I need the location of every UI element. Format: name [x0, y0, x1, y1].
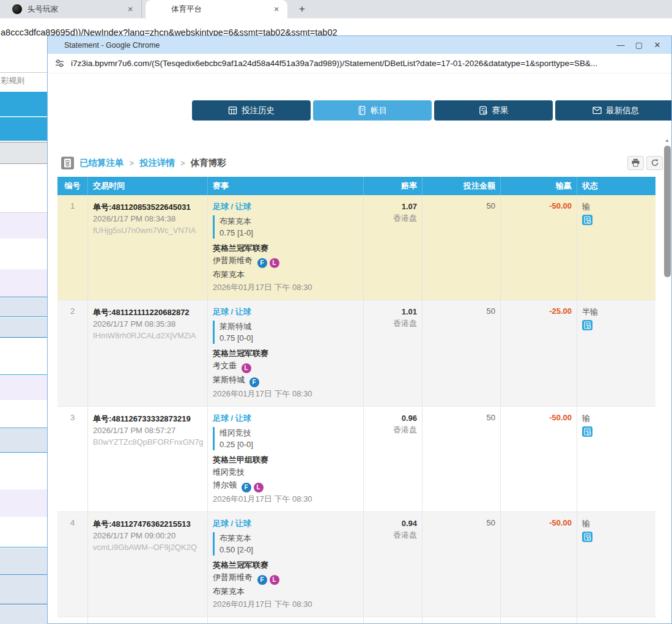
receipt-icon[interactable] [582, 426, 651, 439]
status-cell: 输 [577, 195, 655, 300]
breadcrumb-settled-bets-link[interactable]: 已结算注单 [79, 157, 124, 169]
status-text: 半输 [582, 306, 651, 318]
transaction-cell: 单号:4811468423697532182026/1/17 PM 10:15:… [88, 617, 208, 624]
breadcrumb-separator: > [130, 158, 135, 168]
odds-value: 1.01 [369, 306, 417, 318]
maximize-button[interactable]: ▢ [630, 36, 648, 54]
odds-cell: 0.96香港盘 [364, 407, 423, 511]
popup-titlebar: Statement - Google Chrome — ▢ ✕ [48, 36, 671, 54]
market-link[interactable]: 足球 / 让球 [213, 518, 251, 529]
column-header: 赔率 [364, 177, 423, 195]
handicap: 0.75 [0-0] [220, 332, 358, 344]
tab-close-icon[interactable]: ✕ [271, 4, 281, 14]
statement-popup-window: Statement - Google Chrome — ▢ ✕ i7z3ia.b… [47, 35, 672, 624]
market-link[interactable]: 足球 / 让球 [213, 413, 251, 424]
status-cell: 输 [577, 512, 655, 617]
site-settings-icon[interactable] [54, 58, 65, 69]
tab-active-tiyupingtai[interactable]: 体育平台 ✕ [146, 0, 287, 18]
transaction-cell: 单号:4811208535226450312026/1/17 PM 08:34:… [88, 195, 208, 300]
column-header: 编号 [57, 177, 88, 195]
bet-row-4: 4单号:4811274763622155132026/1/17 PM 09:00… [57, 512, 655, 617]
print-button[interactable] [627, 156, 644, 170]
badge-L-icon: L [270, 258, 279, 268]
odds-type: 香港盘 [369, 529, 417, 541]
odds-cell: 0.94香港盘 [364, 512, 423, 617]
bet-number: 4 [57, 512, 88, 617]
breadcrumb-bet-detail-link[interactable]: 投注详情 [139, 157, 175, 169]
event-cell: 足球 / 让球贺芬威-0.25*德国甲组联赛 [208, 617, 364, 624]
pick-team: 布莱克本 [220, 532, 358, 544]
bet-id: 单号:481120853522645031 [93, 201, 202, 213]
transaction-cell: 单号:4811267333328732192026/1/17 PM 08:57:… [88, 407, 208, 511]
event-cell: 足球 / 让球莱斯特城0.75 [0-0]英格兰冠军联赛考文垂 L莱斯特城 F2… [208, 300, 364, 406]
browser-tab-strip: 头号玩家 ✕ 体育平台 ✕ + [0, 0, 672, 18]
away-team: 博尔顿 FL [213, 478, 358, 492]
background-stripe [0, 269, 47, 297]
handicap: 0.75 [1-0] [220, 227, 358, 239]
bet-id: 单号:481126733332873219 [93, 413, 202, 425]
background-stripe [0, 453, 47, 489]
nav-button-1[interactable]: 投注历史 [192, 100, 311, 121]
transaction-cell: 单号:4811274763622155132026/1/17 PM 09:00:… [88, 512, 208, 617]
odds-type: 香港盘 [369, 212, 417, 224]
match-time: 2026年01月17日 下午 08:30 [213, 388, 358, 400]
away-team: 布莱克本 [213, 268, 358, 281]
scrollbar-thumb[interactable] [664, 146, 671, 277]
bet-selection: 维冈竞技0.25 [0-0] [213, 427, 358, 450]
column-header: 投注金额 [423, 177, 501, 195]
column-header: 输赢 [501, 177, 577, 195]
nav-button-4[interactable]: 最新信息 [555, 100, 672, 121]
badge-F-icon: F [242, 483, 251, 492]
background-stripe [0, 338, 47, 375]
background-stripe [0, 164, 47, 213]
new-tab-button[interactable]: + [295, 2, 309, 17]
status-text: 输 [582, 201, 651, 212]
breadcrumb-separator: > [180, 158, 185, 168]
tab-close-icon[interactable]: ✕ [125, 4, 135, 14]
receipt-icon[interactable] [582, 320, 651, 332]
nav-button-label: 最新信息 [606, 105, 639, 116]
receipt-icon[interactable] [582, 532, 651, 544]
nav-button-3[interactable]: 赛果 [434, 100, 553, 121]
background-stripe [0, 429, 47, 453]
results-icon [479, 106, 492, 115]
bet-id: 单号:481121111220682872 [93, 306, 202, 318]
nav-button-2[interactable]: 帐目 [313, 100, 432, 121]
background-stripe [0, 517, 47, 548]
odds-cell: 1.07香港盘 [364, 195, 423, 300]
match-time: 2026年01月17日 下午 08:30 [213, 598, 358, 611]
popup-url[interactable]: i7z3ia.bpvmr7u6.com/(S(Tesqedix6ebcbc9af… [71, 59, 597, 68]
scrollbar-up-arrow[interactable]: ▲ [662, 138, 672, 143]
badge-F-icon: F [257, 258, 267, 268]
background-stripe [0, 548, 47, 575]
league-name: 英格兰甲组联赛 [213, 454, 358, 466]
event-cell: 足球 / 让球维冈竞技0.25 [0-0]英格兰甲组联赛维冈竞技 博尔顿 FL2… [208, 407, 364, 511]
home-team: 考文垂 L [213, 359, 358, 373]
bet-ref-code: fUHjg5sU7n0wm7Wc_VN7IA [93, 225, 202, 236]
home-team: 伊普斯维奇 FL [213, 571, 358, 585]
receipt-icon[interactable] [582, 215, 651, 227]
badge-F-icon: F [249, 377, 259, 387]
breadcrumb: $ 已结算注单 > 投注详情 > 体育博彩 [61, 155, 663, 171]
close-button[interactable]: ✕ [648, 36, 666, 54]
stake-cell: 50 [423, 407, 501, 511]
stake-cell: 100 [423, 617, 501, 624]
bet-number: 5 [57, 617, 88, 624]
bet-row-5: 5单号:4811468423697532182026/1/17 PM 10:15… [57, 617, 655, 624]
bet-time: 2026/1/17 PM 08:57:27 [93, 425, 202, 436]
status-text: 输 [582, 413, 651, 424]
background-stripe [0, 489, 47, 517]
column-header: 交易时间 [88, 177, 208, 195]
background-stripe [0, 92, 47, 116]
market-link[interactable]: 足球 / 让球 [213, 201, 251, 212]
nav-button-label: 帐目 [371, 105, 387, 116]
popup-urlbar[interactable]: i7z3ia.bpvmr7u6.com/(S(Tesqedix6ebcbc9af… [48, 54, 671, 73]
background-stripe [0, 298, 47, 317]
bet-ref-code: vcmLi9GbAWM--OF9j2QK2Q [93, 541, 202, 553]
refresh-button[interactable] [646, 156, 663, 170]
market-link[interactable]: 足球 / 让球 [213, 306, 251, 318]
minimize-button[interactable]: — [611, 36, 630, 54]
bet-number: 3 [57, 407, 88, 511]
status-cell: 输 [577, 407, 655, 511]
background-stripe [0, 239, 47, 269]
